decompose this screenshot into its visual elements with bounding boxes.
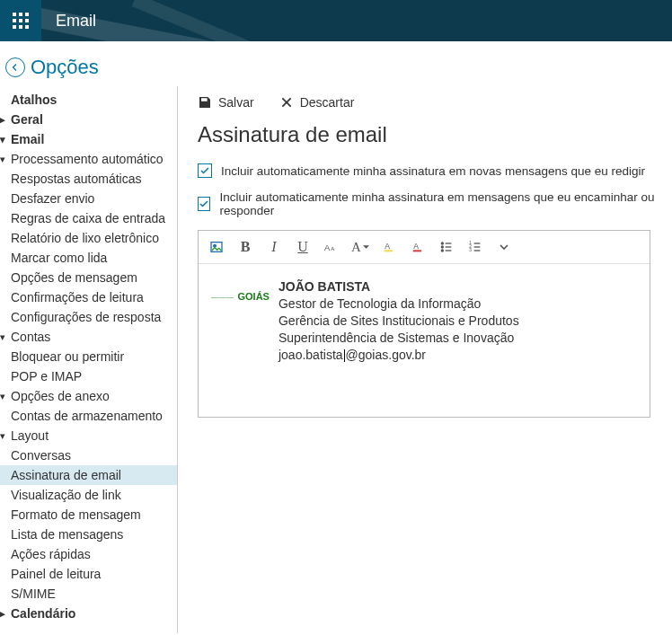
checkbox-include-forward-reply[interactable]: Incluir automaticamente minha assinatura… <box>198 190 656 217</box>
waffle-icon <box>13 13 29 29</box>
checkbox-icon <box>198 197 210 211</box>
back-arrow-icon <box>5 57 25 77</box>
sidebar-item-reply-settings[interactable]: Configurações de resposta <box>0 307 177 327</box>
sidebar-item-shortcuts[interactable]: Atalhos <box>0 90 177 110</box>
svg-text:A: A <box>413 242 419 251</box>
sidebar-item-auto-processing[interactable]: Processamento automático <box>0 149 177 169</box>
main-panel: Salvar Descartar Assinatura de email Inc… <box>178 86 672 633</box>
image-icon <box>209 240 224 254</box>
svg-text:A: A <box>331 246 334 251</box>
checkbox-icon <box>198 163 212 178</box>
sidebar-item-mark-read[interactable]: Marcar como lida <box>0 248 177 268</box>
signature-content[interactable]: ——— GOIÁS JOÃO BATISTA Gestor de Tecnolo… <box>199 264 650 417</box>
sidebar-item-accounts[interactable]: Contas <box>0 327 177 347</box>
numbered-list-icon: 123 <box>468 240 482 254</box>
font-family-icon: A <box>351 240 361 255</box>
sidebar-item-smime[interactable]: S/MIME <box>0 584 177 604</box>
underline-button[interactable]: U <box>294 238 312 256</box>
checkbox-label: Incluir automaticamente minha assinatura… <box>221 164 645 178</box>
bold-button[interactable]: B <box>236 238 254 256</box>
svg-point-1 <box>214 244 217 247</box>
svg-point-10 <box>441 246 443 248</box>
signature-line2: Gerência de Sites Institucionais e Produ… <box>279 313 519 330</box>
svg-rect-5 <box>385 250 393 251</box>
font-color-icon: A <box>411 240 425 254</box>
sidebar-item-message-list[interactable]: Lista de mensagens <box>0 525 177 544</box>
sidebar-item-read-receipts[interactable]: Confirmações de leitura <box>0 287 177 307</box>
font-size-icon: AA <box>324 240 339 254</box>
sidebar-item-link-preview[interactable]: Visualização de link <box>0 485 177 505</box>
signature-text-block: JOÃO BATISTA Gestor de Tecnologia da Inf… <box>279 278 519 363</box>
sidebar-item-auto-replies[interactable]: Respostas automáticas <box>0 169 177 189</box>
svg-text:A: A <box>385 242 390 251</box>
options-sidebar: Atalhos Geral Email Processamento automá… <box>0 86 178 633</box>
font-family-button[interactable]: A <box>351 238 369 256</box>
font-color-button[interactable]: A <box>409 238 427 256</box>
sidebar-item-conversations[interactable]: Conversas <box>0 445 177 465</box>
more-formatting-button[interactable] <box>495 238 513 256</box>
checkbox-label: Incluir automaticamente minha assinatura… <box>219 190 656 217</box>
signature-editor: B I U AA A A A <box>198 230 650 418</box>
top-bar: Email <box>0 0 672 41</box>
svg-rect-7 <box>413 250 421 251</box>
svg-text:3: 3 <box>469 248 472 252</box>
bullet-list-button[interactable] <box>438 238 455 256</box>
highlight-icon: A <box>382 240 396 254</box>
discard-icon <box>279 95 294 110</box>
logo-text: GOIÁS <box>238 291 270 302</box>
sidebar-item-junk-report[interactable]: Relatório de lixo eletrônico <box>0 228 177 248</box>
app-launcher-button[interactable] <box>0 0 41 41</box>
sidebar-item-undo-send[interactable]: Desfazer envio <box>0 189 177 208</box>
bullet-list-icon <box>439 240 454 254</box>
signature-line3: Superintendência de Sistemas e Inovação <box>279 330 519 347</box>
back-label: Opções <box>31 56 99 79</box>
highlight-color-button[interactable]: A <box>380 238 398 256</box>
save-label: Salvar <box>218 95 254 110</box>
discard-label: Descartar <box>300 95 355 110</box>
sidebar-item-email[interactable]: Email <box>0 129 177 149</box>
logo-mark: ——— <box>211 293 234 301</box>
signature-name: JOÃO BATISTA <box>279 278 519 295</box>
signature-logo: ——— GOIÁS <box>211 291 270 302</box>
signature-email: joao.batista@goias.gov.br <box>279 347 519 364</box>
page-title: Assinatura de email <box>198 122 656 147</box>
save-icon <box>198 95 212 110</box>
sidebar-item-layout[interactable]: Layout <box>0 426 177 445</box>
signature-line1: Gestor de Tecnologia da Informação <box>279 295 519 313</box>
back-to-options[interactable]: Opções <box>0 41 672 86</box>
svg-point-8 <box>441 243 443 244</box>
svg-point-12 <box>441 250 443 251</box>
checkbox-include-new[interactable]: Incluir automaticamente minha assinatura… <box>198 163 656 178</box>
sidebar-item-attachment-options[interactable]: Opções de anexo <box>0 386 177 406</box>
sidebar-item-quick-actions[interactable]: Ações rápidas <box>0 544 177 564</box>
italic-button[interactable]: I <box>265 238 283 256</box>
sidebar-item-inbox-rules[interactable]: Regras de caixa de entrada <box>0 208 177 228</box>
chevron-down-icon <box>497 240 511 254</box>
numbered-list-button[interactable]: 123 <box>466 238 484 256</box>
text-cursor <box>344 349 345 362</box>
app-title: Email <box>56 12 96 31</box>
save-button[interactable]: Salvar <box>198 95 254 110</box>
sidebar-item-message-options[interactable]: Opções de mensagem <box>0 268 177 287</box>
sidebar-item-block-allow[interactable]: Bloquear ou permitir <box>0 347 177 366</box>
sidebar-item-reading-pane[interactable]: Painel de leitura <box>0 564 177 584</box>
sidebar-item-message-format[interactable]: Formato de mensagem <box>0 505 177 525</box>
chevron-down-icon <box>363 240 369 254</box>
sidebar-item-general[interactable]: Geral <box>0 110 177 129</box>
sidebar-item-calendar[interactable]: Calendário <box>0 604 177 623</box>
svg-text:A: A <box>324 243 331 252</box>
font-size-button[interactable]: AA <box>323 238 340 256</box>
sidebar-item-storage-accounts[interactable]: Contas de armazenamento <box>0 406 177 426</box>
sidebar-item-email-signature[interactable]: Assinatura de email <box>0 465 177 485</box>
insert-image-button[interactable] <box>208 238 225 256</box>
discard-button[interactable]: Descartar <box>279 95 355 110</box>
editor-toolbar: B I U AA A A A <box>199 231 650 264</box>
sidebar-item-pop-imap[interactable]: POP e IMAP <box>0 366 177 386</box>
